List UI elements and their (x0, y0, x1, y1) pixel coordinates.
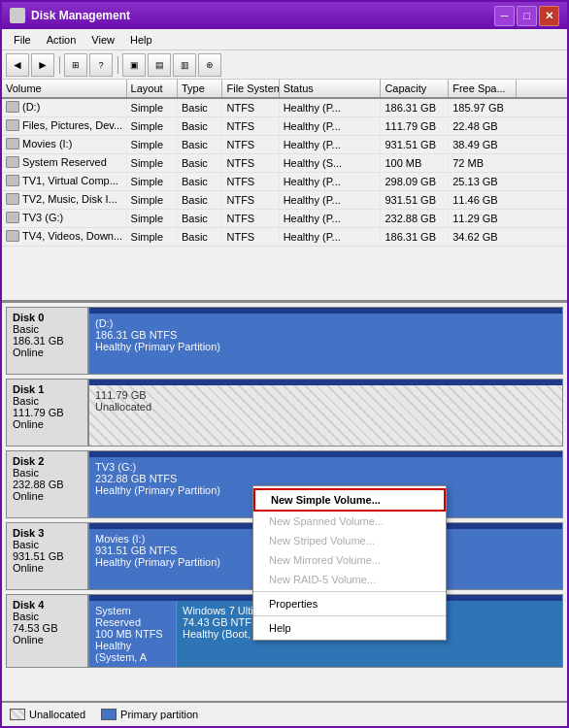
disk-1-label: Disk 1 Basic 111.79 GB Online (6, 379, 88, 447)
toolbar-btn-3[interactable]: ⊞ (64, 53, 87, 77)
close-button[interactable]: ✕ (539, 6, 559, 26)
col-volume[interactable]: Volume (2, 80, 126, 98)
cell-5: 186.31 GB (381, 98, 449, 117)
title-bar: Disk Management ─ □ ✕ (2, 2, 567, 29)
table-row[interactable]: TV1, Virtual Comp...SimpleBasicNTFSHealt… (2, 173, 567, 191)
context-menu-sep-1 (253, 591, 446, 592)
table-row[interactable]: Movies (I:)SimpleBasicNTFSHealthy (P...9… (2, 136, 567, 154)
menu-view[interactable]: View (84, 32, 122, 48)
context-menu-new-striped[interactable]: New Striped Volume... (253, 531, 446, 550)
menu-bar: File Action View Help (2, 29, 567, 50)
maximize-button[interactable]: □ (517, 6, 537, 26)
toolbar-btn-6[interactable]: ▤ (148, 53, 171, 77)
toolbar-btn-4[interactable]: ? (89, 53, 113, 77)
table-row[interactable]: TV2, Music, Disk I...SimpleBasicNTFSHeal… (2, 191, 567, 210)
context-menu-new-simple[interactable]: New Simple Volume... (253, 488, 446, 512)
disk-management-window: Disk Management ─ □ ✕ File Action View H… (0, 0, 569, 728)
partition-label: 111.79 GB (95, 389, 556, 401)
toolbar-btn-7[interactable]: ▥ (173, 53, 196, 77)
cell-5: 931.51 GB (381, 136, 449, 154)
cell-volume: TV3 (G:) (2, 210, 126, 228)
cell-2: Basic (177, 191, 222, 210)
cell-volume: Files, Pictures, Dev... (2, 117, 126, 136)
toolbar: ◄ ► ⊞ ? ▣ ▤ ▥ ⊛ (2, 50, 567, 80)
partition-detail1: 232.88 GB NTFS (95, 473, 556, 484)
col-type[interactable]: Type (177, 80, 222, 98)
disk-4-name: Disk 4 (13, 599, 82, 611)
legend-unallocated-label: Unallocated (29, 709, 85, 720)
context-menu-new-raid5[interactable]: New RAID-5 Volume... (253, 570, 446, 589)
cell-6: 34.62 GB (449, 228, 517, 247)
disk-3-name: Disk 3 (13, 527, 82, 539)
disk-4-partition-0[interactable]: System Reserved 100 MB NTFS Healthy (Sys… (89, 601, 177, 667)
legend-unallocated: Unallocated (10, 709, 85, 720)
cell-2: Basic (177, 228, 222, 247)
context-menu: New Simple Volume... New Spanned Volume.… (252, 485, 447, 641)
disk-1-partitions: 111.79 GB Unallocated (88, 379, 563, 447)
disk-row-icon (6, 230, 19, 242)
cell-2: Basic (177, 173, 222, 191)
toolbar-btn-8[interactable]: ⊛ (198, 53, 221, 77)
legend-primary-box (101, 709, 117, 720)
cell-6: 72 MB (449, 154, 517, 173)
toolbar-btn-5[interactable]: ▣ (122, 53, 146, 77)
cell-4: Healthy (P... (279, 191, 381, 210)
context-menu-new-mirrored[interactable]: New Mirrored Volume... (253, 550, 446, 570)
forward-button[interactable]: ► (31, 53, 54, 77)
cell-1: Simple (126, 191, 177, 210)
context-menu-new-spanned[interactable]: New Spanned Volume... (253, 512, 446, 531)
context-menu-properties[interactable]: Properties (253, 594, 446, 613)
legend-primary: Primary partition (101, 709, 198, 720)
col-extra (517, 80, 567, 98)
cell-5: 111.79 GB (381, 117, 449, 136)
disk-0-partition-0[interactable]: (D:) 186.31 GB NTFS Healthy (Primary Par… (89, 314, 562, 374)
cell-5: 232.88 GB (381, 210, 449, 228)
col-layout[interactable]: Layout (126, 80, 177, 98)
cell-volume: TV4, Videos, Down... (2, 228, 126, 247)
disk-3-type: Basic (13, 539, 82, 550)
cell-volume: TV2, Music, Disk I... (2, 191, 126, 210)
disk-3-status: Online (13, 562, 82, 574)
table-row[interactable]: Files, Pictures, Dev...SimpleBasicNTFSHe… (2, 117, 567, 136)
col-freespace[interactable]: Free Spa... (449, 80, 517, 98)
context-menu-help[interactable]: Help (253, 618, 446, 638)
disk-2-size: 232.88 GB (13, 479, 82, 490)
menu-help[interactable]: Help (122, 32, 160, 48)
menu-action[interactable]: Action (39, 32, 84, 48)
table-row[interactable]: TV4, Videos, Down...SimpleBasicNTFSHealt… (2, 228, 567, 247)
cell-4: Healthy (P... (279, 98, 381, 117)
partition-label: TV3 (G:) (95, 461, 556, 473)
col-capacity[interactable]: Capacity (381, 80, 449, 98)
disk-1-partition-0[interactable]: 111.79 GB Unallocated (89, 385, 562, 446)
cell-3: NTFS (222, 173, 279, 191)
back-button[interactable]: ◄ (6, 53, 29, 77)
cell-6: 11.29 GB (449, 210, 517, 228)
cell-1: Simple (126, 98, 177, 117)
main-content: Volume Layout Type File System Status Ca… (2, 80, 567, 726)
col-filesystem[interactable]: File System (222, 80, 279, 98)
col-status[interactable]: Status (279, 80, 381, 98)
disk-map-area[interactable]: Disk 0 Basic 186.31 GB Online (D:) 186.3… (2, 303, 567, 701)
cell-3: NTFS (222, 98, 279, 117)
disk-1-status: Online (13, 418, 82, 430)
menu-file[interactable]: File (6, 32, 39, 48)
cell-1: Simple (126, 210, 177, 228)
table-row[interactable]: TV3 (G:)SimpleBasicNTFSHealthy (P...232.… (2, 210, 567, 228)
disk-row-0: Disk 0 Basic 186.31 GB Online (D:) 186.3… (6, 307, 563, 375)
cell-1: Simple (126, 154, 177, 173)
cell-4: Healthy (P... (279, 117, 381, 136)
table-body: (D:)SimpleBasicNTFSHealthy (P...186.31 G… (2, 98, 567, 247)
disk-row-icon (6, 193, 19, 205)
cell-3: NTFS (222, 191, 279, 210)
cell-6: 185.97 GB (449, 98, 517, 117)
disk-2-label: Disk 2 Basic 232.88 GB Online (6, 450, 88, 518)
table-row[interactable]: (D:)SimpleBasicNTFSHealthy (P...186.31 G… (2, 98, 567, 117)
cell-1: Simple (126, 136, 177, 154)
cell-3: NTFS (222, 154, 279, 173)
cell-3: NTFS (222, 210, 279, 228)
toolbar-sep-1 (56, 53, 62, 77)
cell-2: Basic (177, 154, 222, 173)
table-row[interactable]: System ReservedSimpleBasicNTFSHealthy (S… (2, 154, 567, 173)
table-scroll[interactable]: Volume Layout Type File System Status Ca… (2, 80, 567, 300)
minimize-button[interactable]: ─ (494, 6, 515, 26)
